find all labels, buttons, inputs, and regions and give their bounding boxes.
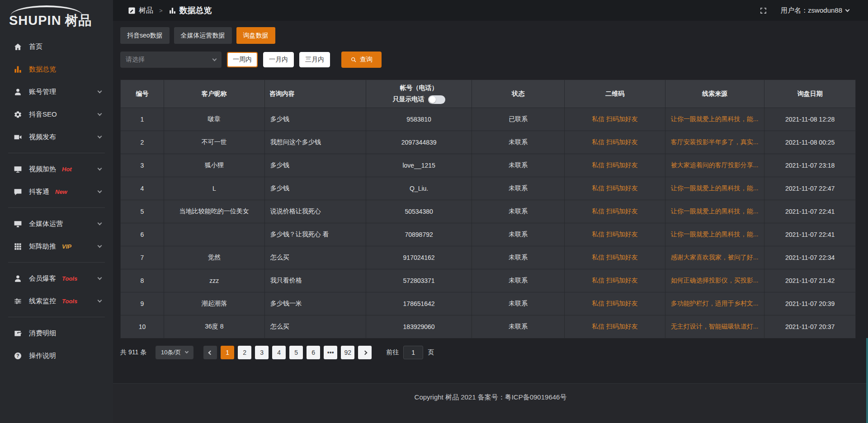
qr-link[interactable]: 私信 扫码加好友 bbox=[592, 138, 638, 146]
grid-icon bbox=[14, 242, 22, 251]
tab-inquiry-data[interactable]: 询盘数据 bbox=[236, 27, 275, 44]
qr-link[interactable]: 私信 扫码加好友 bbox=[592, 300, 638, 307]
qr-link[interactable]: 私信 扫码加好友 bbox=[592, 161, 638, 169]
source-link[interactable]: 让你一眼就爱上的黑科技，能... bbox=[671, 207, 759, 215]
source-link[interactable]: 客厅安装投影半年多了，真实... bbox=[671, 138, 759, 146]
prev-page-button[interactable] bbox=[203, 346, 217, 359]
phone-only-toggle[interactable] bbox=[428, 95, 445, 104]
source-link[interactable]: 让你一眼就爱上的黑科技，能... bbox=[671, 184, 759, 192]
sidebar-item-video-heat[interactable]: 视频加热Hot bbox=[0, 158, 113, 180]
bar-chart-icon bbox=[169, 7, 176, 14]
page-button-4[interactable]: 4 bbox=[272, 346, 286, 359]
sidebar-divider bbox=[8, 262, 105, 263]
sidebar-item-matrix-boost[interactable]: 矩阵助推VIP bbox=[0, 235, 113, 258]
chevron-down-icon bbox=[98, 275, 102, 280]
row-id-cell: 10 bbox=[121, 315, 164, 338]
sidebar-item-lead-monitor[interactable]: 线索监控Tools bbox=[0, 290, 113, 312]
date-cell: 2021-11-07 20:39 bbox=[764, 292, 856, 315]
username: zswodun88 bbox=[808, 6, 842, 14]
user-menu[interactable]: 用户名：zswodun88 bbox=[781, 6, 849, 15]
source-link[interactable]: 如何正确选择投影仪，买投影... bbox=[671, 277, 759, 284]
inquiry-cell: 怎么买 bbox=[264, 315, 366, 338]
date-cell: 2021-11-07 23:18 bbox=[764, 154, 856, 177]
chevron-down-icon bbox=[98, 89, 102, 93]
row-id-cell: 1 bbox=[121, 108, 164, 131]
chevron-down-icon bbox=[98, 188, 102, 193]
sidebar-item-omni-media[interactable]: 全媒体运营 bbox=[0, 212, 113, 235]
nickname-cell: L bbox=[164, 177, 264, 200]
page-button-2[interactable]: 2 bbox=[238, 346, 251, 359]
source-link[interactable]: 让你一眼就爱上的黑科技，能... bbox=[671, 230, 759, 238]
page-button-3[interactable]: 3 bbox=[255, 346, 269, 359]
page-button-92[interactable]: 92 bbox=[341, 346, 354, 359]
period-button-week[interactable]: 一周内 bbox=[227, 52, 258, 67]
sidebar-item-label: 视频加热 bbox=[29, 165, 56, 174]
tab-omni-media-data[interactable]: 全媒体运营数据 bbox=[174, 27, 232, 44]
qr-link[interactable]: 私信 扫码加好友 bbox=[592, 254, 638, 261]
sidebar-item-douketong[interactable]: 抖客通New bbox=[0, 180, 113, 203]
header-status: 状态 bbox=[472, 80, 565, 108]
account-cell: 183929060 bbox=[366, 315, 472, 338]
header-account-label: 帐号（电话） bbox=[400, 84, 438, 92]
sidebar-item-video-publish[interactable]: 视频发布 bbox=[0, 126, 113, 148]
qr-link[interactable]: 私信 扫码加好友 bbox=[592, 230, 638, 238]
page-button-6[interactable]: 6 bbox=[307, 346, 320, 359]
topbar: 树品 > 数据总览 用户名：zswodun88 bbox=[113, 0, 868, 21]
next-page-button[interactable] bbox=[358, 346, 372, 359]
qr-link[interactable]: 私信 扫码加好友 bbox=[592, 115, 638, 122]
total-count: 共 911 条 bbox=[120, 348, 146, 357]
page-ellipsis[interactable]: ••• bbox=[324, 346, 337, 359]
status-cell: 未联系 bbox=[472, 223, 565, 246]
qr-link[interactable]: 私信 扫码加好友 bbox=[592, 277, 638, 284]
qr-cell: 私信 扫码加好友 bbox=[565, 177, 665, 200]
sidebar-item-data-overview[interactable]: 数据总览 bbox=[0, 58, 113, 80]
account-cell: 178651642 bbox=[366, 292, 472, 315]
source-link[interactable]: 被大家追着问的客厅投影分享... bbox=[671, 161, 759, 169]
period-button-month[interactable]: 一月内 bbox=[263, 52, 294, 67]
qr-link[interactable]: 私信 扫码加好友 bbox=[592, 184, 638, 192]
account-cell: 917024162 bbox=[366, 246, 472, 269]
sidebar-item-operation-guide[interactable]: ?操作说明 bbox=[0, 344, 113, 367]
sidebar-item-consumption-detail[interactable]: 消费明细 bbox=[0, 322, 113, 344]
qr-link[interactable]: 私信 扫码加好友 bbox=[592, 207, 638, 215]
chevron-down-icon bbox=[212, 56, 217, 61]
table-header-row: 编号 客户昵称 咨询内容 帐号（电话） 只显示电话 状态 二维码 bbox=[121, 80, 856, 108]
breadcrumb-root[interactable]: 树品 bbox=[139, 6, 153, 15]
tab-douyin-seo-data[interactable]: 抖音seo数据 bbox=[120, 27, 170, 44]
sidebar-item-account-management[interactable]: 账号管理 bbox=[0, 80, 113, 103]
period-button-quarter[interactable]: 三月内 bbox=[299, 52, 330, 67]
source-link[interactable]: 让你一眼就爱上的黑科技，能... bbox=[671, 115, 759, 122]
page-button-5[interactable]: 5 bbox=[289, 346, 303, 359]
source-link[interactable]: 多功能护栏灯，适用于乡村文... bbox=[671, 300, 759, 307]
qr-link[interactable]: 私信 扫码加好友 bbox=[592, 323, 638, 330]
source-link[interactable]: 无主灯设计，智能磁吸轨道灯... bbox=[671, 323, 759, 330]
goto-page-input[interactable] bbox=[403, 346, 423, 359]
sidebar-item-member-burst[interactable]: 会员爆客Tools bbox=[0, 267, 113, 290]
status-cell: 未联系 bbox=[472, 246, 565, 269]
sidebar-item-label: 抖音SEO bbox=[29, 110, 57, 119]
source-cell: 感谢大家喜欢我家，被问了好... bbox=[665, 246, 764, 269]
page-button-1[interactable]: 1 bbox=[221, 346, 234, 359]
inquiry-cell: 多少钱 bbox=[264, 177, 366, 200]
query-button[interactable]: 查询 bbox=[341, 52, 382, 68]
sidebar-item-home[interactable]: 首页 bbox=[0, 35, 113, 58]
sidebar-divider bbox=[8, 207, 105, 208]
scrollbar-thumb[interactable] bbox=[866, 338, 868, 423]
table-row: 1036度 8怎么买183929060未联系私信 扫码加好友无主灯设计，智能磁吸… bbox=[121, 315, 856, 338]
chevron-down-icon bbox=[98, 243, 102, 248]
filter-select[interactable]: 请选择 bbox=[120, 52, 222, 68]
sidebar-item-badge: New bbox=[55, 188, 67, 195]
source-link[interactable]: 感谢大家喜欢我家，被问了好... bbox=[671, 254, 759, 261]
breadcrumb: 树品 > 数据总览 bbox=[128, 5, 212, 16]
inquiry-cell: 多少钱 bbox=[264, 108, 366, 131]
row-id-cell: 7 bbox=[121, 246, 164, 269]
page-size-select[interactable]: 10条/页 bbox=[156, 346, 193, 359]
row-id-cell: 6 bbox=[121, 223, 164, 246]
sidebar-item-douyin-seo[interactable]: 抖音SEO bbox=[0, 103, 113, 126]
svg-text:?: ? bbox=[16, 353, 19, 358]
account-cell: 70898792 bbox=[366, 223, 472, 246]
source-cell: 无主灯设计，智能磁吸轨道灯... bbox=[665, 315, 764, 338]
fullscreen-icon[interactable] bbox=[760, 7, 767, 14]
pagination: 共 911 条 10条/页 123456•••92 前往 页 bbox=[120, 346, 856, 359]
inquiry-cell: 我只看价格 bbox=[264, 269, 366, 292]
